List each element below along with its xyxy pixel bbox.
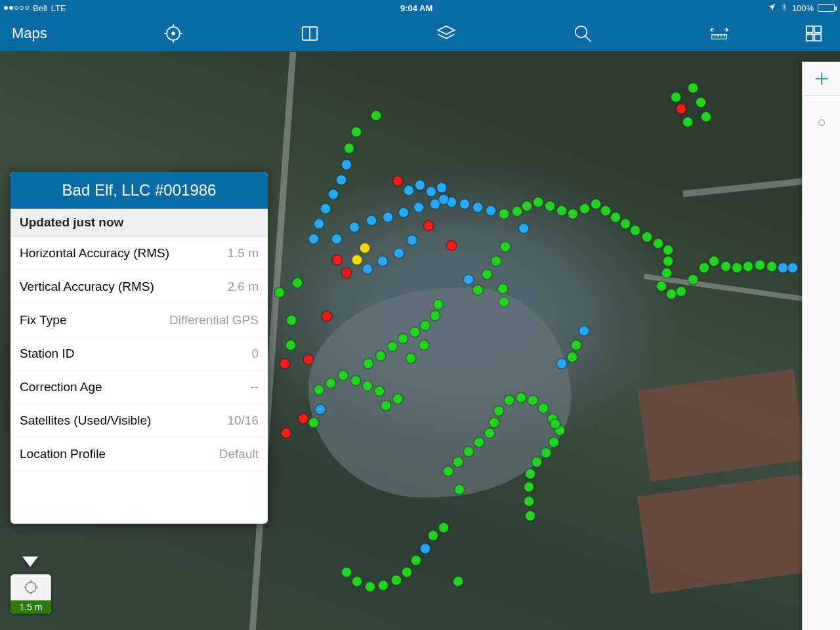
map-point[interactable] (550, 419, 560, 429)
map-point[interactable] (438, 522, 449, 533)
map-point[interactable] (600, 205, 611, 216)
map-point[interactable] (404, 185, 414, 196)
map-point[interactable] (610, 212, 621, 222)
map-point[interactable] (443, 466, 453, 476)
map-point[interactable] (662, 268, 672, 278)
map-point[interactable] (453, 457, 463, 467)
map-point[interactable] (525, 511, 536, 521)
map-point[interactable] (336, 175, 346, 185)
map-point[interactable] (522, 201, 532, 211)
map-point[interactable] (732, 262, 742, 273)
map-point[interactable] (591, 199, 601, 209)
bookmarks-button[interactable] (242, 24, 378, 43)
map-point[interactable] (326, 378, 336, 388)
map-point[interactable] (755, 260, 765, 270)
map-point[interactable] (298, 413, 308, 424)
measure-button[interactable] (651, 24, 788, 43)
map-point[interactable] (663, 245, 673, 255)
map-point[interactable] (341, 159, 352, 170)
map-point[interactable] (331, 234, 342, 244)
map-point[interactable] (281, 428, 291, 438)
back-button[interactable]: Maps (0, 25, 105, 42)
location-accuracy-badge[interactable]: 1.5 m (10, 574, 51, 614)
map-point[interactable] (494, 406, 504, 416)
map-point[interactable] (285, 340, 296, 350)
collect-panel[interactable] (802, 62, 840, 630)
map-point[interactable] (653, 238, 663, 249)
map-point[interactable] (486, 205, 496, 216)
map-point[interactable] (438, 194, 449, 205)
map-point[interactable] (322, 311, 332, 322)
map-point[interactable] (407, 235, 417, 245)
map-point[interactable] (349, 222, 360, 232)
map-point[interactable] (556, 205, 567, 216)
map-point[interactable] (538, 403, 549, 413)
map-point[interactable] (352, 576, 362, 587)
map-point[interactable] (436, 182, 447, 193)
map-point[interactable] (350, 375, 361, 386)
search-button[interactable] (514, 24, 651, 43)
map-point[interactable] (374, 386, 385, 396)
map-point[interactable] (446, 240, 457, 251)
map-point[interactable] (474, 437, 484, 448)
map-point[interactable] (524, 496, 534, 507)
map-point[interactable] (328, 189, 339, 200)
map-point[interactable] (428, 530, 438, 541)
map-point[interactable] (351, 127, 362, 137)
map-point[interactable] (642, 232, 652, 242)
map-point[interactable] (571, 340, 581, 350)
map-point[interactable] (532, 457, 542, 467)
map-point[interactable] (392, 394, 403, 404)
map-point[interactable] (341, 567, 352, 578)
locate-button[interactable] (105, 24, 242, 43)
map-point[interactable] (579, 326, 589, 336)
map-point[interactable] (413, 202, 424, 213)
map-point[interactable] (516, 392, 526, 403)
map-point[interactable] (303, 354, 314, 365)
map-point[interactable] (567, 352, 578, 362)
map-point[interactable] (314, 219, 324, 229)
map-point[interactable] (701, 112, 711, 122)
map-point[interactable] (415, 180, 425, 190)
map-point[interactable] (426, 186, 436, 197)
map-point[interactable] (398, 207, 409, 218)
map-point[interactable] (423, 220, 434, 231)
map-point[interactable] (292, 278, 303, 288)
map-point[interactable] (332, 255, 343, 265)
map-point[interactable] (568, 209, 578, 219)
map-point[interactable] (375, 350, 386, 361)
map-point[interactable] (381, 400, 391, 411)
map-point[interactable] (387, 341, 398, 352)
map-point[interactable] (518, 223, 529, 234)
map-point[interactable] (743, 261, 753, 272)
layers-button[interactable] (378, 24, 514, 43)
map-point[interactable] (504, 395, 514, 406)
map-point[interactable] (549, 437, 559, 448)
map-point[interactable] (360, 243, 370, 253)
map-point[interactable] (682, 117, 693, 127)
map-point[interactable] (411, 555, 421, 566)
map-point[interactable] (392, 176, 403, 186)
map-point[interactable] (383, 212, 393, 222)
map-point[interactable] (630, 225, 640, 236)
map-point[interactable] (766, 261, 777, 272)
map-point[interactable] (366, 215, 377, 226)
map-point[interactable] (454, 484, 465, 495)
map-point[interactable] (394, 248, 404, 259)
map-point[interactable] (338, 370, 348, 381)
map-point[interactable] (419, 340, 429, 350)
map-point[interactable] (420, 320, 430, 331)
map-point[interactable] (788, 262, 798, 273)
map-point[interactable] (378, 580, 388, 591)
map-point[interactable] (463, 446, 474, 457)
map-point[interactable] (280, 358, 290, 369)
map-point[interactable] (484, 428, 495, 438)
map-point[interactable] (676, 104, 686, 114)
map-point[interactable] (696, 97, 706, 108)
map-point[interactable] (528, 395, 538, 406)
map-point[interactable] (533, 197, 543, 207)
map-point[interactable] (365, 581, 375, 592)
map-point[interactable] (274, 287, 285, 298)
map-point[interactable] (472, 202, 483, 213)
add-feature-button[interactable] (803, 62, 840, 96)
